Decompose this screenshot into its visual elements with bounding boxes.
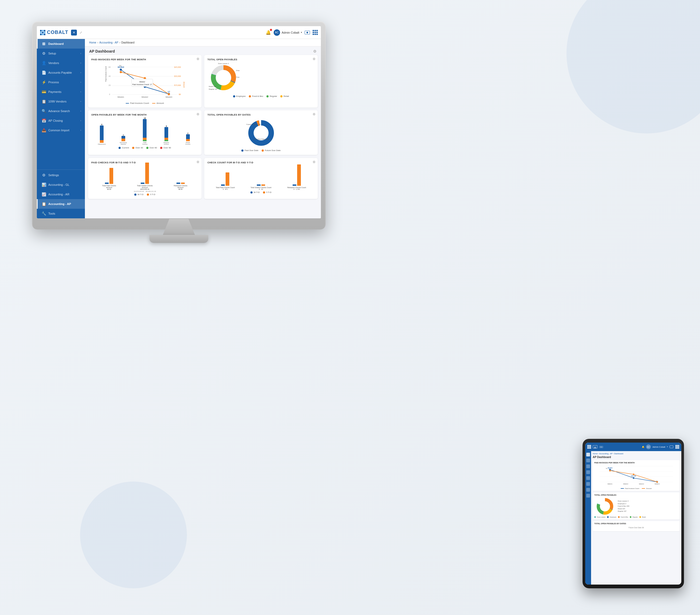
sidebar-item-dashboard[interactable]: ⊞ Dashboard: [37, 39, 85, 49]
tablet-sidebar-icon-3[interactable]: [586, 464, 590, 468]
count-point-1: [120, 68, 122, 71]
paid-checks-gear[interactable]: ⚙: [197, 160, 199, 164]
t-legend-amount: Amount: [642, 488, 652, 489]
t-leg-ret-label: Retail: [642, 516, 646, 518]
bar-retail-over30: [186, 139, 190, 141]
top-bar-right: 🔔 AC Admin Cobalt ▾: [266, 29, 318, 36]
tablet: 11 🔔 AC Admin Cobalt ▾: [583, 439, 684, 588]
user-menu[interactable]: AC Admin Cobalt ▾: [274, 29, 302, 36]
sidebar-item-accounting-ap[interactable]: 📋 Accounting - AP: [37, 199, 85, 209]
apps-dot-7: [313, 34, 314, 35]
sidebar-item-process[interactable]: ⚡ Process ›: [37, 77, 85, 87]
tablet-sidebar-icon-6[interactable]: [586, 482, 590, 486]
tablet-menu-icon[interactable]: [593, 445, 598, 449]
legend-over30: Over 30: [132, 147, 143, 149]
sidebar-item-1099[interactable]: 📋 1099 Vendors ›: [37, 97, 85, 106]
open-payables-dates-gear[interactable]: ⚙: [313, 112, 315, 116]
bar-fab-over60: [143, 140, 147, 141]
tablet-sidebar-icon-4[interactable]: [586, 470, 590, 474]
bar-paid-ytd: [110, 168, 113, 184]
tablet-donut-labels: Dues Leases 3 Employee 2 Food & Bev 208 …: [618, 500, 629, 513]
svg-text:WEEK4: WEEK4: [654, 483, 660, 485]
tr-dot-1: [675, 445, 676, 446]
sidebar-item-advance-search[interactable]: 🔍 Advance Search ›: [37, 106, 85, 116]
t-dot-6: [590, 446, 591, 447]
apps-dot-9: [316, 34, 318, 35]
tablet-paid-invoices-card: PAID INVOICES PER WEEK FOR THE MONTH: [593, 460, 680, 491]
apps-menu-icon[interactable]: [313, 30, 318, 35]
t-legend-amount-label: Amount: [646, 488, 652, 489]
sidebar-item-payments[interactable]: 💳 Payments ›: [37, 87, 85, 97]
tablet-apps-grid-right[interactable]: [675, 445, 679, 449]
t-dot-1: [587, 445, 588, 446]
t-leg-emp: Employee: [607, 516, 616, 518]
tablet-id-card[interactable]: [670, 445, 673, 448]
apps-dot-1: [313, 30, 314, 31]
accounting-gl-icon: 📊: [41, 183, 46, 187]
logo-dot-7: [40, 34, 42, 35]
paid-checks-card: PAID CHECKS FOR M-T-D AND Y-T-D ⚙ Total: [88, 158, 202, 199]
tablet-sidebar-icon-2[interactable]: [586, 459, 590, 462]
legend-employee-label: Employee: [236, 95, 246, 98]
tablet-dropdown[interactable]: ▾: [667, 446, 668, 448]
sidebar-label-payments: Payments: [48, 90, 61, 93]
tablet-paid-invoices-svg: 36,810 26,726 54 17 WEEK1 WEEK2 WEEK3 WE…: [594, 465, 678, 486]
svg-text:20: 20: [109, 84, 111, 86]
tablet-sidebar-icon-5[interactable]: [586, 476, 590, 480]
settings-icon: ⚙: [41, 173, 46, 177]
t-label-regular: Regular 197: [618, 510, 629, 513]
page-title: AP Dashboard: [89, 49, 115, 53]
legend-food-label: Food & Bev: [252, 95, 263, 98]
t-leg-dues-label: Dues Leases: [597, 516, 605, 518]
paid-invoices-gear[interactable]: ⚙: [197, 57, 199, 61]
apps-dot-6: [316, 32, 318, 33]
sidebar-item-common-import[interactable]: 📥 Common Import ›: [37, 125, 85, 135]
expand-button[interactable]: ⤢: [79, 31, 82, 35]
tablet-sidebar-icon-8[interactable]: [586, 494, 590, 498]
legend-over30-dot: [132, 147, 134, 149]
tablet-sidebar-icon-7[interactable]: [586, 488, 590, 492]
t-legend-count: Paid Invoices Count: [621, 488, 639, 489]
tablet-apps-grid[interactable]: [587, 445, 591, 449]
tr-dot-5: [677, 446, 678, 447]
close-button[interactable]: ✕: [71, 30, 77, 36]
paid-invoices-legend: Paid Invoices Count Amount: [91, 102, 198, 104]
sidebar-item-ap-closing[interactable]: 📅 AP Closing ›: [37, 116, 85, 125]
legend-over60-dot: [146, 147, 148, 149]
sidebar-item-vendors[interactable]: 👤 Vendors ›: [37, 58, 85, 68]
legend-regular-label: Regular: [270, 95, 277, 98]
bar-paid-mtd: [105, 183, 109, 184]
common-import-icon: 📥: [41, 128, 46, 133]
svg-text:Past Due Date 1,049: Past Due Date 1,049: [254, 138, 269, 140]
apps-dot-5: [314, 32, 316, 33]
bar-group-retail: 2 RetailInvoice: [178, 133, 197, 145]
tablet-sidebar-icon-1[interactable]: [586, 453, 590, 456]
logo-dot-6: [44, 32, 46, 33]
check-legend-ytd-dot: [263, 191, 265, 193]
check-paid-mtd: [221, 185, 225, 186]
legend-amount-line: [152, 103, 155, 103]
bar-voided-mtd: [141, 183, 145, 184]
sidebar-item-accounting-gl[interactable]: 📊 Accounting - GL: [37, 180, 85, 189]
sidebar-item-accounts-payable[interactable]: 📄 Accounts Payable ›: [37, 68, 85, 77]
tablet-bell[interactable]: 🔔: [642, 446, 645, 448]
sidebar-item-settings[interactable]: ⚙ Settings: [37, 170, 85, 180]
page-settings-icon[interactable]: ⚙: [313, 49, 317, 53]
bar-er-over30: [122, 139, 125, 141]
paid-invoices-svg: 60 40 20 0 $45,000 $30,000 $15,000 $0: [91, 63, 198, 100]
advance-search-icon: 🔍: [41, 109, 46, 113]
vendors-icon: 👤: [41, 61, 46, 65]
open-payables-week-gear[interactable]: ⚙: [197, 112, 199, 116]
sidebar-item-setup[interactable]: ⚙ Setup ›: [37, 49, 85, 58]
sidebar-label-advance-search: Advance Search: [48, 110, 70, 113]
id-card-icon[interactable]: [304, 31, 310, 35]
sidebar-item-tools[interactable]: 🔧 Tools: [37, 209, 85, 218]
notification-bell[interactable]: 🔔: [266, 30, 271, 35]
check-count-gear[interactable]: ⚙: [313, 160, 315, 164]
sidebar-item-accounting-ar[interactable]: 📈 Accounting - AR: [37, 189, 85, 199]
t-legend-count-label: Paid Invoices Count: [625, 488, 639, 489]
open-payables-gear[interactable]: ⚙: [313, 57, 315, 61]
legend-past-due-dot: [241, 150, 243, 152]
breadcrumb-home[interactable]: Home: [89, 41, 96, 44]
breadcrumb-accounting[interactable]: Accounting - AP: [99, 41, 118, 44]
